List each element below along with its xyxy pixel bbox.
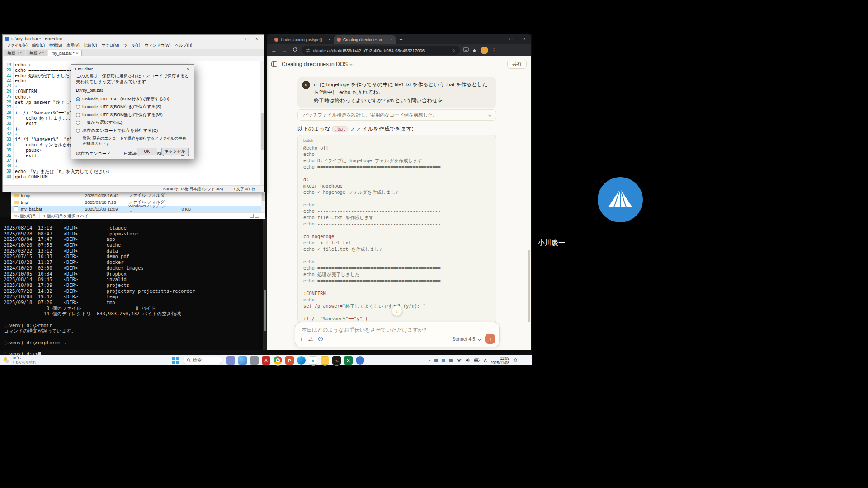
scroll-to-bottom-button[interactable]: ↓ bbox=[392, 305, 402, 316]
emeditor-titlebar[interactable]: D:\my_bat.bat * - EmEditor – □ × bbox=[3, 35, 264, 42]
file-date: 2025/09/18 7:26 bbox=[85, 200, 128, 205]
taskbar-app-photos[interactable] bbox=[238, 355, 247, 366]
tray-icon[interactable] bbox=[434, 359, 438, 362]
dialog-message: この文書は、保存用に選択されたエンコードで保存すると失われてしまう文字を含んでい… bbox=[76, 73, 189, 85]
menu-item[interactable]: 比較(C) bbox=[82, 43, 99, 48]
taskbar-app-excel[interactable]: X bbox=[344, 355, 353, 366]
tray-icon[interactable] bbox=[442, 359, 445, 362]
taskbar-app-media[interactable] bbox=[355, 355, 365, 366]
close-icon[interactable]: × bbox=[252, 37, 262, 41]
back-icon[interactable]: ← bbox=[270, 47, 278, 53]
chevron-down-icon[interactable] bbox=[349, 62, 353, 66]
terminal-scrollbar[interactable] bbox=[263, 217, 267, 350]
editor-scrollbar[interactable] bbox=[260, 61, 264, 185]
taskbar-clock[interactable]: 11:09 2025/11/08 bbox=[491, 356, 509, 365]
taskbar-app-terminal[interactable]: >_ bbox=[332, 355, 341, 366]
model-selector[interactable]: Sonnet 4.5 bbox=[452, 336, 481, 342]
browser-tab[interactable]: Understanding astype() meth...× bbox=[271, 35, 334, 44]
close-icon[interactable]: × bbox=[518, 37, 531, 41]
eol-mark-icon: ↓ bbox=[15, 131, 17, 137]
cancel-button[interactable]: キャンセル bbox=[161, 148, 189, 155]
explorer-scrollbar-thumb[interactable] bbox=[262, 193, 265, 201]
ime-indicator[interactable]: A bbox=[484, 358, 487, 363]
maximize-icon[interactable]: □ bbox=[242, 37, 252, 41]
encoding-option[interactable]: 一覧から選択する(L) bbox=[76, 120, 189, 126]
send-button[interactable]: ↑ bbox=[485, 334, 495, 344]
thinking-summary[interactable]: バッチファイル構造を設計し、実用的なコード例を構想した。 bbox=[297, 109, 496, 121]
profile-avatar[interactable] bbox=[481, 47, 488, 54]
start-button[interactable] bbox=[171, 356, 180, 365]
site-settings-icon[interactable] bbox=[306, 48, 310, 52]
menu-item[interactable]: 編集(E) bbox=[30, 43, 47, 48]
sidebar-toggle-icon[interactable] bbox=[271, 61, 277, 67]
menu-item[interactable]: 検索(S) bbox=[47, 43, 64, 48]
taskbar-search[interactable]: 検索 bbox=[183, 357, 222, 364]
view-thumbnails-icon[interactable] bbox=[255, 214, 259, 218]
taskbar-app-task-view[interactable] bbox=[226, 355, 236, 366]
new-tab-button[interactable]: + bbox=[396, 35, 406, 44]
editor-tab[interactable]: 無題-2 * bbox=[26, 50, 47, 56]
taskbar-app-acrobat[interactable]: A bbox=[261, 355, 271, 366]
tab-close-icon[interactable]: × bbox=[391, 38, 393, 42]
url-text[interactable]: claude.ai/chat/d836da42-b7c2-4f0a-b984-9… bbox=[313, 48, 449, 53]
tab-close-icon[interactable]: × bbox=[328, 38, 330, 42]
message-paragraph: 終了時は終わってよいですか? y/n という問い合わせを bbox=[314, 97, 491, 104]
terminal-scrollbar-thumb[interactable] bbox=[264, 290, 266, 331]
notification-bell-icon[interactable] bbox=[513, 358, 518, 363]
taskbar-app-powerpoint[interactable]: P bbox=[285, 355, 294, 366]
minimize-icon[interactable]: – bbox=[232, 37, 242, 41]
taskbar-app-edge[interactable] bbox=[297, 355, 306, 366]
reload-icon[interactable] bbox=[291, 47, 298, 53]
menu-item[interactable]: 表示(V) bbox=[64, 43, 81, 48]
menu-item[interactable]: ヘルプ(H) bbox=[173, 43, 194, 48]
dialog-titlebar[interactable]: EmEditor × bbox=[71, 65, 194, 73]
share-button[interactable]: 共有 bbox=[507, 60, 527, 69]
browser-menu-icon[interactable]: ⋮ bbox=[491, 47, 496, 53]
address-bar[interactable]: claude.ai/chat/d836da42-b7c2-4f0a-b984-9… bbox=[302, 46, 460, 55]
speaker-icon[interactable] bbox=[466, 358, 471, 363]
install-icon[interactable] bbox=[463, 47, 469, 53]
bookmark-star-icon[interactable]: ☆ bbox=[452, 48, 456, 53]
view-details-icon[interactable] bbox=[250, 214, 254, 218]
menu-item[interactable]: ファイル(F) bbox=[5, 43, 30, 48]
code-line: echo D:ドライブに hogehoge フォルダを作成します bbox=[303, 157, 491, 164]
conversation-title[interactable]: Creating directories in DOS bbox=[282, 61, 348, 67]
minimize-icon[interactable]: – bbox=[491, 37, 504, 41]
encoding-option[interactable]: Unicode, UTF-8(BOM無し)で保存する(W) bbox=[76, 112, 189, 118]
history-clock-icon[interactable] bbox=[318, 336, 323, 342]
tray-icon[interactable] bbox=[449, 359, 453, 362]
browser-tab[interactable]: Creating directories in DOS - C...× bbox=[334, 35, 396, 44]
taskbar-app-emeditor[interactable]: e bbox=[308, 355, 318, 366]
menu-item[interactable]: ツール(T) bbox=[121, 43, 142, 48]
file-row[interactable]: temp2025/10/08 16:42ファイル フォルダー bbox=[11, 192, 265, 199]
page-scrollbar-thumb[interactable] bbox=[528, 250, 530, 322]
tools-sliders-icon[interactable] bbox=[308, 337, 313, 342]
weather-widget[interactable]: 16°C くもりのち晴れ bbox=[3, 356, 36, 365]
maximize-icon[interactable]: □ bbox=[504, 37, 518, 41]
taskbar-app-chrome[interactable] bbox=[273, 355, 283, 366]
taskbar-app-explorer[interactable] bbox=[320, 355, 330, 366]
attach-plus-icon[interactable]: + bbox=[300, 336, 303, 343]
menu-item[interactable]: マクロ(M) bbox=[99, 43, 122, 48]
editor-tab[interactable]: 無題-1 * bbox=[4, 50, 25, 56]
editor-tab[interactable]: my_bat.bat *× bbox=[48, 50, 82, 56]
tray-overflow-icon[interactable] bbox=[428, 359, 431, 362]
tab-close-icon[interactable]: × bbox=[76, 51, 79, 55]
forward-icon[interactable]: → bbox=[281, 47, 288, 53]
dialog-close-icon[interactable]: × bbox=[182, 66, 194, 71]
composer-placeholder[interactable]: 本日はどのようなお手伝いをさせていただけますか? bbox=[295, 322, 499, 333]
battery-icon[interactable] bbox=[474, 358, 480, 362]
terminal-window[interactable]: 2025/08/14 12:13 <DIR> .claude2025/09/28… bbox=[0, 217, 267, 350]
wifi-icon[interactable] bbox=[456, 358, 462, 363]
taskbar-app-settings[interactable] bbox=[250, 355, 259, 366]
message-composer[interactable]: 本日はどのようなお手伝いをさせていただけますか? + Sonnet 4.5 ↑ bbox=[295, 322, 500, 347]
file-row[interactable]: my_bat.bat2025/11/08 11:09Windows バッチ ファ… bbox=[11, 206, 265, 212]
ok-button[interactable]: OK bbox=[137, 148, 157, 155]
menu-item[interactable]: ウィンドウ(W) bbox=[142, 43, 173, 48]
encoding-option[interactable]: 現在のエンコードで保存を続行する(C) bbox=[76, 128, 189, 134]
explorer-scrollbar[interactable] bbox=[261, 192, 265, 212]
editor-scrollbar-thumb[interactable] bbox=[261, 113, 264, 150]
encoding-option[interactable]: Unicode, UTF-16LE(BOM付き)で保存する(U) bbox=[76, 96, 189, 102]
extensions-icon[interactable] bbox=[472, 47, 477, 53]
encoding-option[interactable]: Unicode, UTF-8(BOM付き)で保存する(S) bbox=[76, 104, 189, 110]
